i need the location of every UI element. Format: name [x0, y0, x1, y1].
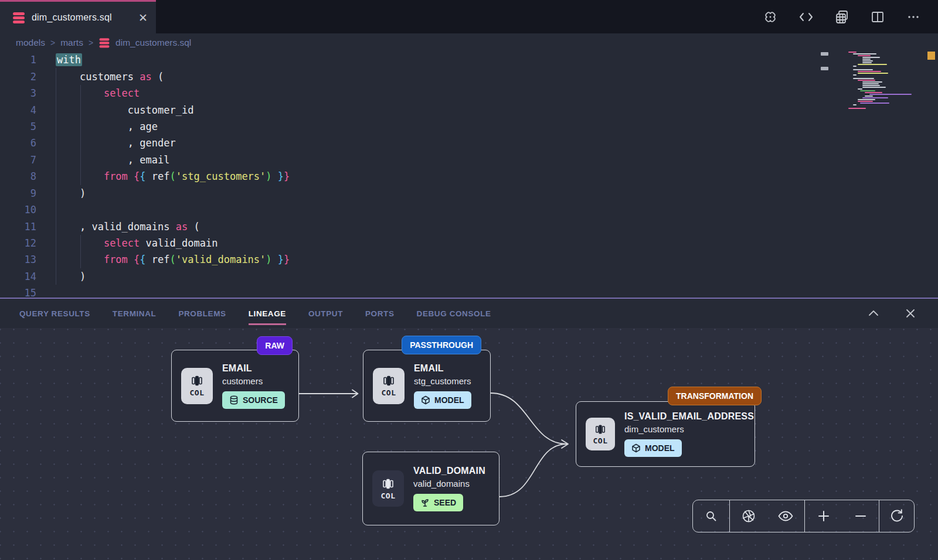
cube-icon	[421, 395, 430, 405]
panel-tab-output[interactable]: OUTPUT	[308, 299, 343, 328]
node-subtitle: valid_domains	[413, 479, 470, 489]
aperture-icon[interactable]	[737, 504, 760, 528]
code-text: select	[36, 87, 140, 99]
line-number: 5	[0, 121, 36, 132]
code-line[interactable]: 8 from {{ ref('stg_customers') }}	[0, 168, 938, 185]
indent-guide	[80, 85, 81, 185]
breadcrumb-marts[interactable]: marts	[60, 37, 83, 48]
node-title: EMAIL	[414, 363, 444, 374]
code-line[interactable]: 3 select	[0, 85, 938, 101]
lineage-node-customers[interactable]: RAW COL EMAIL customers SOURCE	[171, 350, 299, 422]
node-title: IS_VALID_EMAIL_ADDRESS	[624, 411, 754, 422]
breadcrumb: models > marts > dim_customers.sql	[0, 33, 938, 52]
panel-tab-problems[interactable]: PROBLEMS	[178, 299, 226, 328]
line-number: 9	[0, 187, 36, 199]
code-text: from {{ ref('valid_domains') }}	[36, 254, 290, 265]
lineage-node-dim-customers[interactable]: TRANSFORMATION COL IS_VALID_EMAIL_ADDRES…	[576, 401, 755, 467]
split-editor-icon[interactable]	[866, 5, 889, 29]
code-line[interactable]: 7 , email	[0, 152, 938, 168]
panel-tab-lineage[interactable]: LINEAGE	[249, 299, 286, 328]
code-text: , valid_domains as (	[36, 221, 200, 233]
code-line[interactable]: 2 customers as (	[0, 68, 938, 84]
eye-icon[interactable]	[774, 504, 797, 528]
breadcrumb-file[interactable]: dim_customers.sql	[115, 37, 191, 48]
code-line[interactable]: 1with	[0, 52, 938, 68]
columns-icon	[594, 424, 606, 435]
lineage-node-stg-customers[interactable]: PASSTHROUGH COL EMAIL stg_customers MODE…	[363, 350, 491, 422]
code-text: , email	[36, 154, 169, 166]
column-chip: COL	[373, 368, 405, 404]
line-number: 3	[0, 87, 36, 99]
chevron-right-icon: >	[50, 38, 55, 47]
panel-tab-ports[interactable]: PORTS	[365, 299, 395, 328]
overview-ruler-marker	[927, 52, 935, 60]
panel-tab-debug-console[interactable]: DEBUG CONSOLE	[417, 299, 491, 328]
dbt-logo-icon[interactable]	[759, 5, 782, 29]
indent-guide	[56, 68, 56, 285]
code-text: with	[36, 54, 82, 66]
minimap-decoration	[821, 67, 828, 70]
columns-icon	[382, 477, 395, 490]
database-icon	[229, 395, 239, 405]
tab-bar: dim_customers.sql ✕	[0, 0, 938, 33]
line-number: 6	[0, 137, 36, 149]
editor-tab-dim-customers[interactable]: dim_customers.sql ✕	[0, 0, 156, 33]
panel-tab-terminal[interactable]: TERMINAL	[113, 299, 157, 328]
column-chip: COL	[181, 368, 213, 404]
columns-icon	[382, 374, 395, 387]
code-line[interactable]: 14 )	[0, 268, 938, 285]
code-line[interactable]: 10	[0, 202, 938, 218]
line-number: 1	[0, 54, 36, 66]
chevron-right-icon: >	[89, 38, 93, 47]
close-tab-icon[interactable]: ✕	[138, 12, 148, 23]
tag-raw: RAW	[257, 336, 293, 355]
line-number: 7	[0, 154, 36, 166]
lineage-toolbar	[692, 500, 915, 532]
code-line[interactable]: 13 from {{ ref('valid_domains') }}	[0, 251, 938, 268]
code-text: )	[36, 271, 86, 282]
line-number: 13	[0, 254, 36, 265]
badge-model: MODEL	[414, 391, 471, 409]
panel-tab-bar: QUERY RESULTSTERMINALPROBLEMSLINEAGEOUTP…	[0, 299, 938, 328]
line-number: 11	[0, 221, 36, 233]
database-icon	[13, 11, 25, 24]
code-line[interactable]: 12 select valid_domain	[0, 235, 938, 251]
search-icon[interactable]	[699, 504, 723, 528]
code-line[interactable]: 5 , age	[0, 118, 938, 135]
more-actions-icon[interactable]	[902, 5, 925, 29]
database-icon	[100, 37, 110, 48]
code-text: from {{ ref('stg_customers') }}	[36, 170, 290, 182]
zoom-out-icon[interactable]	[849, 504, 872, 528]
minimap-decoration	[821, 52, 828, 56]
code-text: customer_id	[36, 104, 193, 116]
lineage-canvas[interactable]: RAW COL EMAIL customers SOURCE PAS	[0, 328, 938, 560]
query-results-icon[interactable]	[830, 5, 854, 29]
code-editor[interactable]: 1with2 customers as (3 select4 customer_…	[0, 52, 938, 298]
lineage-node-valid-domains[interactable]: COL VALID_DOMAIN valid_domains SEED	[362, 452, 499, 525]
refresh-icon[interactable]	[885, 504, 909, 528]
code-line[interactable]: 6 , gender	[0, 135, 938, 151]
panel-tab-query-results[interactable]: QUERY RESULTS	[19, 299, 90, 328]
code-lines: 1with2 customers as (3 select4 customer_…	[0, 52, 938, 298]
badge-source: SOURCE	[222, 391, 285, 409]
collapse-panel-icon[interactable]	[862, 302, 885, 325]
node-title: EMAIL	[222, 363, 252, 374]
code-line[interactable]: 4 customer_id	[0, 101, 938, 118]
minimap[interactable]	[848, 52, 922, 110]
line-number: 15	[0, 287, 36, 298]
code-line[interactable]: 11 , valid_domains as (	[0, 218, 938, 234]
code-line[interactable]: 9 )	[0, 185, 938, 202]
code-icon[interactable]	[794, 5, 818, 29]
zoom-in-icon[interactable]	[812, 504, 835, 528]
node-title: VALID_DOMAIN	[413, 466, 485, 476]
tab-title: dim_customers.sql	[32, 12, 131, 23]
column-chip: COL	[586, 418, 615, 450]
breadcrumb-models[interactable]: models	[16, 37, 45, 48]
indent-guide	[80, 235, 81, 268]
node-subtitle: customers	[222, 376, 263, 386]
line-number: 12	[0, 237, 36, 249]
close-panel-icon[interactable]	[899, 302, 922, 325]
column-chip: COL	[372, 470, 404, 507]
cube-icon	[631, 443, 641, 453]
code-line[interactable]: 15	[0, 285, 938, 298]
